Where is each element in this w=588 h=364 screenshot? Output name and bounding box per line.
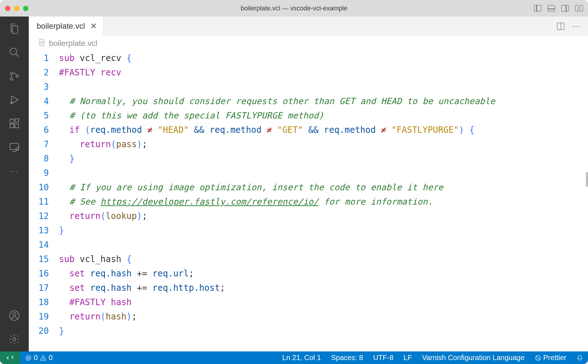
breadcrumb-file: boilerplate.vcl	[49, 39, 97, 48]
run-debug-icon[interactable]	[9, 94, 20, 106]
window-controls	[5, 6, 28, 11]
remote-indicator[interactable]	[0, 351, 20, 364]
language-mode[interactable]: Varnish Configuration Language	[417, 351, 529, 364]
svg-line-1	[16, 54, 19, 57]
breadcrumbs[interactable]: boilerplate.vcl	[29, 36, 588, 51]
prettier-check-icon	[535, 355, 541, 361]
toggle-panel-icon[interactable]	[548, 5, 555, 11]
svg-line-25	[536, 356, 540, 360]
encoding-status[interactable]: UTF-8	[368, 351, 399, 364]
editor-more-actions-icon[interactable]: ···	[572, 22, 581, 31]
formatter-status[interactable]: Prettier	[530, 351, 571, 364]
svg-point-0	[10, 48, 17, 55]
file-icon	[39, 39, 45, 48]
warning-icon	[40, 355, 46, 361]
svg-point-3	[10, 78, 13, 80]
svg-rect-7	[10, 119, 14, 123]
svg-point-14	[13, 313, 16, 316]
svg-point-4	[16, 75, 19, 78]
svg-rect-11	[10, 143, 19, 149]
settings-gear-icon[interactable]	[9, 333, 20, 345]
window-title: boilerplate.vcl — vscode-vcl-example	[240, 5, 347, 12]
code-editor[interactable]: 1234567891011121314151617181920 sub vcl_…	[29, 51, 588, 351]
svg-point-15	[13, 338, 16, 341]
source-control-icon[interactable]	[9, 70, 20, 82]
notifications-icon[interactable]	[571, 351, 588, 364]
overview-ruler-marker	[586, 172, 588, 187]
close-window-button[interactable]	[5, 6, 10, 11]
svg-point-6	[11, 103, 12, 104]
activity-bar: ···	[0, 17, 29, 351]
close-tab-icon[interactable]: ✕	[90, 22, 97, 31]
eol-status[interactable]: LF	[399, 351, 417, 364]
split-editor-icon[interactable]	[557, 23, 564, 30]
editor-region: boilerplate.vcl ✕ ··· boilerplate.vcl 12…	[29, 17, 588, 351]
error-icon	[25, 355, 32, 361]
status-bar: 0 0 Ln 21, Col 1 Spaces: 8 UTF-8 LF Varn…	[0, 351, 588, 364]
extensions-icon[interactable]	[9, 118, 20, 129]
editor-tabs: boilerplate.vcl ✕ ···	[29, 17, 588, 36]
line-number-gutter: 1234567891011121314151617181920	[29, 51, 59, 351]
accounts-icon[interactable]	[9, 310, 20, 321]
problems-indicator[interactable]: 0 0	[20, 351, 58, 364]
editor-tab-active[interactable]: boilerplate.vcl ✕	[29, 17, 104, 36]
svg-point-23	[43, 359, 43, 360]
app-window: boilerplate.vcl — vscode-vcl-example	[0, 0, 588, 364]
toggle-secondary-sidebar-icon[interactable]	[561, 5, 569, 11]
svg-rect-9	[15, 124, 19, 128]
customize-layout-icon[interactable]	[575, 5, 583, 11]
minimize-window-button[interactable]	[14, 6, 19, 11]
search-icon[interactable]	[9, 47, 20, 58]
cursor-position[interactable]: Ln 21, Col 1	[277, 351, 326, 364]
svg-rect-10	[15, 119, 19, 122]
main-area: ··· boilerplate.vcl ✕ ···	[0, 17, 588, 351]
titlebar: boilerplate.vcl — vscode-vcl-example	[0, 0, 588, 17]
titlebar-layout-controls	[534, 5, 583, 11]
explorer-icon[interactable]	[9, 23, 20, 34]
maximize-window-button[interactable]	[23, 6, 28, 11]
svg-point-12	[16, 148, 19, 150]
code-content[interactable]: sub vcl_recv {#FASTLY recv # Normally, y…	[59, 51, 588, 351]
svg-rect-8	[10, 124, 14, 128]
additional-views-icon[interactable]: ···	[9, 165, 20, 177]
svg-point-2	[10, 72, 13, 75]
toggle-primary-sidebar-icon[interactable]	[534, 5, 541, 11]
tab-label: boilerplate.vcl	[37, 22, 85, 31]
warning-count: 0	[49, 354, 52, 362]
error-count: 0	[34, 354, 38, 362]
remote-explorer-icon[interactable]	[9, 141, 20, 153]
indentation-status[interactable]: Spaces: 8	[326, 351, 368, 364]
